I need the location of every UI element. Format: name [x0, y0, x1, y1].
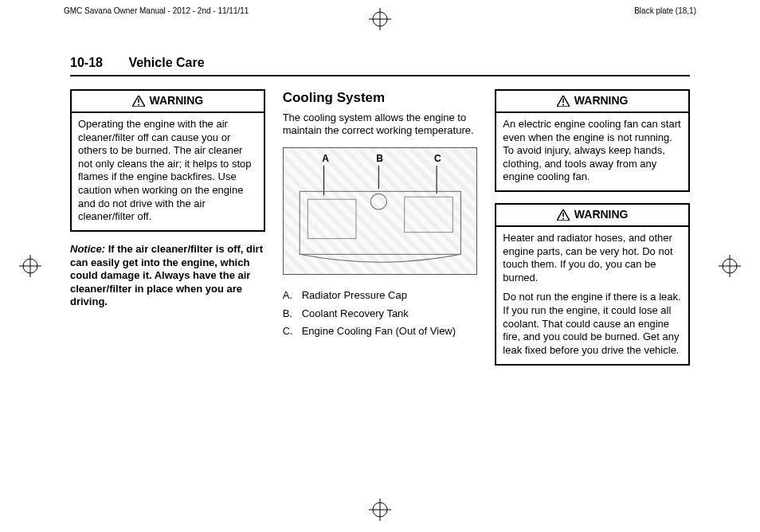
warning-body: Heater and radiator hoses, and other eng…: [496, 227, 688, 364]
print-header: GMC Savana Owner Manual - 2012 - 2nd - 1…: [64, 6, 696, 15]
notice-paragraph: Notice: If the air cleaner/filter is off…: [70, 243, 265, 309]
content-columns: WARNING Operating the engine with the ai…: [70, 89, 690, 377]
page-number: 10-18: [70, 56, 103, 69]
cooling-system-heading: Cooling System: [283, 89, 478, 107]
manual-title: GMC Savana Owner Manual - 2012 - 2nd - 1…: [64, 6, 249, 15]
page-frame: 10-18 Vehicle Care WARNING Operating the…: [70, 48, 690, 491]
engine-diagram: A B C: [283, 147, 478, 275]
registration-mark-left-icon: [19, 255, 41, 277]
svg-rect-20: [404, 197, 452, 232]
legend-row: C. Engine Cooling Fan (Out of View): [283, 325, 478, 338]
registration-mark-right-icon: [719, 255, 741, 277]
legend-letter: B.: [283, 307, 302, 321]
svg-point-19: [370, 194, 386, 209]
legend-letter: C.: [283, 325, 302, 338]
warning-label: WARNING: [150, 94, 204, 108]
column-3: WARNING An electric engine cooling fan c…: [495, 89, 690, 377]
svg-point-13: [138, 104, 139, 105]
section-title: Vehicle Care: [128, 56, 204, 69]
notice-lead: Notice:: [70, 243, 105, 255]
warning-triangle-icon: [557, 96, 570, 107]
warning-title: WARNING: [496, 205, 688, 227]
warning-box-air-cleaner: WARNING Operating the engine with the ai…: [70, 89, 265, 232]
warning-label: WARNING: [574, 208, 629, 222]
warning-box-hoses: WARNING Heater and radiator hoses, and o…: [495, 203, 690, 366]
column-1: WARNING Operating the engine with the ai…: [70, 89, 265, 377]
svg-point-0: [23, 259, 37, 273]
warning-text-p1: Heater and radiator hoses, and other eng…: [503, 232, 682, 285]
warning-title: WARNING: [72, 91, 264, 113]
legend-letter: A.: [283, 289, 302, 303]
warning-text: Operating the engine with the air cleane…: [78, 118, 257, 224]
warning-triangle-icon: [132, 96, 145, 107]
legend-row: A. Radiator Pressure Cap: [283, 289, 478, 303]
svg-rect-18: [308, 199, 356, 238]
legend-text: Engine Cooling Fan (Out of View): [302, 325, 478, 338]
warning-title: WARNING: [496, 91, 688, 113]
legend-text: Radiator Pressure Cap: [302, 289, 478, 303]
warning-body: Operating the engine with the air cleane…: [72, 113, 264, 230]
svg-rect-17: [300, 191, 460, 254]
svg-point-22: [562, 104, 564, 105]
legend-row: B. Coolant Recovery Tank: [283, 307, 478, 321]
svg-point-3: [723, 259, 737, 273]
svg-point-24: [562, 217, 564, 219]
registration-mark-bottom-icon: [369, 499, 391, 521]
cooling-system-intro: The cooling system allows the engine to …: [283, 111, 478, 138]
legend-text: Coolant Recovery Tank: [302, 307, 478, 321]
engine-diagram-svg: [284, 148, 477, 274]
warning-body: An electric engine cooling fan can start…: [496, 113, 688, 190]
page-heading: 10-18 Vehicle Care: [70, 48, 690, 76]
warning-box-cooling-fan: WARNING An electric engine cooling fan c…: [495, 89, 690, 192]
column-2: Cooling System The cooling system allows…: [283, 89, 478, 377]
plate-info: Black plate (18,1): [634, 6, 696, 15]
warning-text-p2: Do not run the engine if there is a leak…: [503, 291, 682, 357]
diagram-legend: A. Radiator Pressure Cap B. Coolant Reco…: [283, 289, 478, 338]
warning-triangle-icon: [557, 209, 570, 221]
warning-label: WARNING: [574, 94, 629, 108]
warning-text: An electric engine cooling fan can start…: [503, 118, 682, 184]
svg-point-9: [373, 503, 387, 517]
